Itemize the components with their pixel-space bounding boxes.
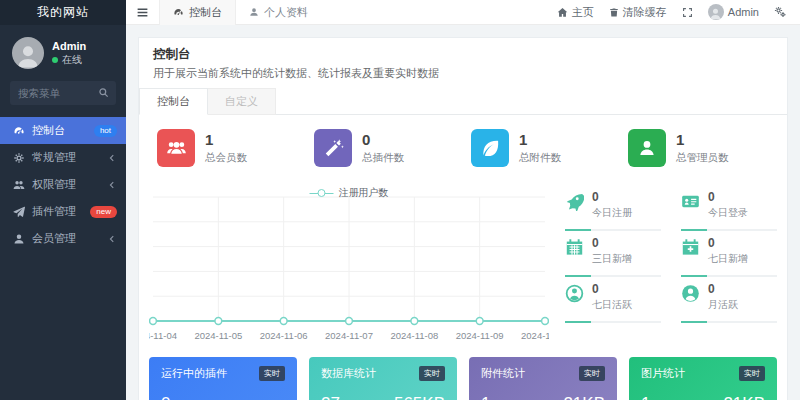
mini-underline bbox=[565, 275, 661, 277]
svg-text:2024-11-06: 2024-11-06 bbox=[260, 330, 308, 341]
navbar-tab-profile[interactable]: 个人资料 bbox=[236, 0, 321, 25]
fullscreen-button[interactable] bbox=[682, 7, 693, 18]
home-icon bbox=[557, 7, 568, 18]
card-running-plugins: 运行中的插件 实时 0 bbox=[149, 357, 297, 400]
chart-canvas: 2024-11-042024-11-052024-11-062024-11-07… bbox=[149, 181, 549, 349]
online-status-dot bbox=[52, 57, 58, 63]
bottom-cards-row: 运行中的插件 实时 0 数据库统计 实时 27 565KB bbox=[149, 357, 777, 400]
realtime-badge: 实时 bbox=[579, 366, 605, 381]
card-value: 27 bbox=[321, 394, 340, 400]
users-group-icon bbox=[157, 129, 195, 167]
stat-value: 1 bbox=[205, 131, 247, 148]
stat-label: 总管理员数 bbox=[676, 151, 729, 165]
mini-underline bbox=[565, 321, 661, 323]
card-value: 0 bbox=[161, 394, 170, 400]
card-title: 数据库统计 bbox=[321, 366, 376, 381]
home-link[interactable]: 主页 bbox=[557, 5, 594, 20]
gear-icon bbox=[13, 152, 25, 164]
new-badge: new bbox=[90, 206, 117, 218]
page-description: 用于展示当前系统中的统计数据、统计报表及重要实时数据 bbox=[153, 66, 773, 81]
sidebar-item-general[interactable]: 常规管理 bbox=[0, 144, 126, 171]
calendar-icon bbox=[565, 238, 584, 257]
calendar-plus-icon bbox=[681, 238, 700, 257]
user-icon bbox=[13, 233, 25, 245]
navbar-tab-label: 个人资料 bbox=[264, 5, 308, 20]
trash-icon bbox=[609, 7, 619, 18]
mini-underline bbox=[681, 229, 777, 231]
stat-label: 总插件数 bbox=[362, 151, 404, 165]
stat-label: 总会员数 bbox=[205, 151, 247, 165]
stat-total-members: 1 总会员数 bbox=[149, 129, 306, 167]
svg-text:2024-11-10: 2024-11-10 bbox=[521, 330, 549, 341]
card-value: 565KB bbox=[394, 394, 445, 400]
navbar-tab-dashboard[interactable]: 控制台 bbox=[159, 0, 236, 25]
card-value: 21KB bbox=[563, 394, 605, 400]
mini-stat-month-active: 0 月活跃 bbox=[681, 277, 777, 323]
mini-value: 0 bbox=[708, 190, 748, 204]
sidebar-item-label: 会员管理 bbox=[32, 231, 76, 246]
user-icon bbox=[628, 129, 666, 167]
dashboard-panel: 控制台 用于展示当前系统中的统计数据、统计报表及重要实时数据 控制台 自定义 1… bbox=[138, 37, 788, 400]
mini-underline bbox=[565, 229, 661, 231]
leaf-icon bbox=[471, 129, 509, 167]
svg-text:2024-11-07: 2024-11-07 bbox=[325, 330, 373, 341]
realtime-badge: 实时 bbox=[259, 366, 285, 381]
mini-label: 今日登录 bbox=[708, 206, 748, 220]
card-database-stats: 数据库统计 实时 27 565KB bbox=[309, 357, 457, 400]
tab-dashboard[interactable]: 控制台 bbox=[139, 88, 208, 115]
clear-cache-link[interactable]: 清除缓存 bbox=[609, 5, 667, 20]
search-icon[interactable] bbox=[98, 87, 109, 98]
mini-value: 0 bbox=[708, 282, 738, 296]
paper-plane-icon bbox=[13, 206, 25, 218]
hamburger-icon[interactable] bbox=[126, 6, 159, 19]
sidebar-item-label: 插件管理 bbox=[32, 204, 76, 219]
legend-label: 注册用户数 bbox=[339, 186, 389, 200]
sidebar: 我的网站 Admin 在线 控制台 hot 常规管理 bbox=[0, 0, 126, 400]
settings-button[interactable] bbox=[774, 6, 786, 18]
card-title: 图片统计 bbox=[641, 366, 685, 381]
user-icon bbox=[249, 7, 259, 17]
avatar bbox=[708, 4, 724, 20]
sidebar-item-dashboard[interactable]: 控制台 hot bbox=[0, 117, 126, 144]
user-menu[interactable]: Admin bbox=[708, 4, 759, 20]
page-title: 控制台 bbox=[153, 46, 773, 63]
sidebar-item-label: 控制台 bbox=[32, 123, 65, 138]
sidebar-item-permissions[interactable]: 权限管理 bbox=[0, 171, 126, 198]
chevron-left-icon bbox=[107, 180, 117, 190]
mini-value: 0 bbox=[592, 236, 632, 250]
user-panel: Admin 在线 bbox=[0, 25, 126, 79]
top-navbar: 控制台 个人资料 主页 清除缓存 Admi bbox=[126, 0, 800, 25]
main-content: 控制台 用于展示当前系统中的统计数据、统计报表及重要实时数据 控制台 自定义 1… bbox=[126, 25, 800, 400]
stat-total-attachments: 1 总附件数 bbox=[463, 129, 620, 167]
mini-value: 0 bbox=[592, 282, 632, 296]
realtime-badge: 实时 bbox=[739, 366, 765, 381]
chevron-left-icon bbox=[107, 153, 117, 163]
magic-wand-icon bbox=[314, 129, 352, 167]
card-attachment-stats: 附件统计 实时 1 21KB bbox=[469, 357, 617, 400]
tab-custom[interactable]: 自定义 bbox=[208, 88, 276, 115]
stat-value: 1 bbox=[676, 131, 729, 148]
mini-value: 0 bbox=[592, 190, 632, 204]
mini-label: 七日活跃 bbox=[592, 298, 632, 312]
stat-label: 总附件数 bbox=[519, 151, 561, 165]
sidebar-item-plugins[interactable]: 插件管理 new bbox=[0, 198, 126, 225]
mini-label: 今日注册 bbox=[592, 206, 632, 220]
id-card-icon bbox=[681, 192, 700, 211]
navbar-tab-label: 控制台 bbox=[189, 5, 222, 20]
sidebar-item-members[interactable]: 会员管理 bbox=[0, 225, 126, 252]
mini-value: 0 bbox=[708, 236, 748, 250]
user-circle-filled-icon bbox=[681, 284, 700, 303]
mini-stats: 0 今日注册 0 今日登录 bbox=[565, 181, 777, 349]
gears-icon bbox=[774, 6, 786, 18]
mini-label: 七日新增 bbox=[708, 252, 748, 266]
rocket-icon bbox=[565, 192, 584, 211]
mini-label: 三日新增 bbox=[592, 252, 632, 266]
panel-tabbar: 控制台 自定义 bbox=[139, 88, 787, 115]
sidebar-item-label: 权限管理 bbox=[32, 177, 76, 192]
avatar[interactable] bbox=[12, 37, 44, 69]
mini-stat-3day-new: 0 三日新增 bbox=[565, 231, 661, 277]
card-value: 21KB bbox=[723, 394, 765, 400]
card-title: 运行中的插件 bbox=[161, 366, 227, 381]
gauge-icon bbox=[173, 7, 184, 18]
chart-legend[interactable]: 注册用户数 bbox=[310, 186, 389, 200]
